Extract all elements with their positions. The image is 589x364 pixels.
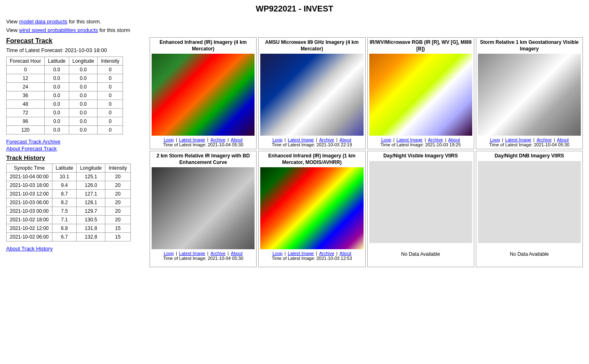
imagery-image-placeholder [369,161,472,243]
cell-intensity: 0 [98,100,123,109]
link-separator: | [335,251,339,256]
imagery-latest-image-link[interactable]: Latest Image [179,137,205,142]
imagery-latest-image-link[interactable]: Latest Image [396,137,423,142]
model-data-link[interactable]: model data products [19,18,68,25]
imagery-about-link[interactable]: About [339,137,351,142]
imagery-cell: Enhanced Infrared (IR) Imagery (1 km Mer… [258,151,365,267]
cell-lon: 0.0 [69,91,98,100]
forecast-track-table: Forecast Hour Latitude Longitude Intensi… [6,57,123,134]
right-panel: Enhanced Infrared (IR) Imagery (4 km Mer… [150,37,583,267]
wind-speed-text2: for this storm [98,27,130,33]
link-separator: | [501,137,505,142]
cell-hour: 120 [7,126,45,134]
imagery-time: Time of Latest Image: 2021-10-04 05:30 [152,256,255,261]
cell-lat: 10.1 [52,173,77,181]
cell-lat: 9.4 [52,181,77,190]
link-separator: | [226,137,230,142]
imagery-archive-link[interactable]: Archive [319,137,334,142]
table-row: 2021-10-03 00:00 7.5 129.7 20 [7,207,131,216]
imagery-archive-link[interactable]: Archive [210,137,225,142]
link-separator: | [283,137,287,142]
table-row: 2021-10-03 12:00 8.7 127.1 20 [7,190,131,198]
cell-intensity: 0 [98,74,123,83]
imagery-latest-image-link[interactable]: Latest Image [288,137,314,142]
cell-lon: 128.1 [77,198,105,207]
link-separator: | [315,137,318,142]
link-separator: | [423,137,427,142]
imagery-loop-link[interactable]: Loop [381,137,391,142]
imagery-image-placeholder [478,161,581,243]
cell-lon: 131.8 [77,224,105,233]
cell-lat: 0.0 [45,91,69,100]
imagery-title: 2 km Storm Relative IR Imagery with BD E… [152,153,255,166]
cell-hour: 72 [7,109,45,117]
imagery-time: Time of Latest Image: 2021-10-04 05:30 [152,142,255,147]
imagery-archive-link[interactable]: Archive [428,137,443,142]
model-data-text1: View [6,18,19,25]
imagery-cell: Enhanced Infrared (IR) Imagery (4 km Mer… [150,37,257,149]
imagery-loop-link[interactable]: Loop [164,251,173,256]
link-separator: | [175,251,178,256]
about-track-history-link[interactable]: About Track History [6,246,146,252]
no-data-label: No Data Available [478,243,581,265]
cell-lon: 129.7 [77,207,105,216]
imagery-loop-link[interactable]: Loop [273,137,282,142]
cell-lon: 0.0 [69,117,98,126]
imagery-latest-image-link[interactable]: Latest Image [179,251,205,256]
cell-lat: 0.0 [45,83,69,91]
cell-lon: 127.1 [77,190,105,198]
cell-lat: 0.0 [45,100,69,109]
imagery-links: Loop | Latest Image | Archive | About [260,137,363,142]
imagery-grid: Enhanced Infrared (IR) Imagery (4 km Mer… [150,37,583,267]
imagery-about-link[interactable]: About [231,251,243,256]
cell-hour: 36 [7,91,45,100]
imagery-archive-link[interactable]: Archive [319,251,334,256]
wind-speed-text1: View [6,27,19,33]
cell-lat: 0.0 [45,117,69,126]
imagery-latest-image-link[interactable]: Latest Image [288,251,314,256]
col-header-hour: Forecast Hour [7,57,45,66]
imagery-latest-image-link[interactable]: Latest Image [505,137,532,142]
imagery-about-link[interactable]: About [448,137,460,142]
imagery-links: Loop | Latest Image | Archive | About [152,137,255,142]
imagery-title: Day/Night Visible Imagery VIIRS [369,153,472,159]
cell-hour: 24 [7,83,45,91]
link-separator: | [532,137,536,142]
imagery-about-link[interactable]: About [339,251,351,256]
imagery-time: Time of Latest Image: 2021-10-04 05:30 [478,142,581,147]
imagery-title: Enhanced Infrared (IR) Imagery (4 km Mer… [152,39,255,52]
table-row: 0 0.0 0.0 0 [7,66,123,74]
cell-intensity: 0 [98,109,123,117]
imagery-loop-link[interactable]: Loop [490,137,500,142]
cell-lon: 0.0 [69,66,98,74]
cell-intensity: 20 [105,181,131,190]
cell-lon: 126.0 [77,181,105,190]
imagery-archive-link[interactable]: Archive [537,137,552,142]
cell-lat: 0.0 [45,74,69,83]
forecast-track-archive-link[interactable]: Forecast Track Archive [6,139,146,145]
cell-lat: 0.0 [45,66,69,74]
imagery-cell: Day/Night DNB Imagery VIIRS No Data Avai… [476,151,583,267]
cell-time: 2021-10-02 18:00 [7,216,52,224]
track-history-table: Synoptic Time Latitude Longitude Intensi… [6,164,131,241]
link-separator: | [444,137,448,142]
cell-intensity: 20 [105,198,131,207]
wind-speed-link[interactable]: wind speed probabilities products [19,27,98,33]
about-forecast-track-link[interactable]: About Forecast Track [6,146,146,152]
imagery-loop-link[interactable]: Loop [273,251,282,256]
imagery-cell: 2 km Storm Relative IR Imagery with BD E… [150,151,257,267]
wind-speed-line: View wind speed probabilities products f… [6,27,583,33]
th-col-lat: Latitude [52,164,77,173]
imagery-archive-link[interactable]: Archive [210,251,225,256]
imagery-title: Day/Night DNB Imagery VIIRS [478,153,581,159]
cell-intensity: 20 [105,190,131,198]
cell-intensity: 0 [98,66,123,74]
imagery-about-link[interactable]: About [557,137,569,142]
cell-hour: 12 [7,74,45,83]
cell-lon: 0.0 [69,83,98,91]
imagery-loop-link[interactable]: Loop [164,137,173,142]
table-row: 24 0.0 0.0 0 [7,83,123,91]
imagery-about-link[interactable]: About [231,137,243,142]
left-panel: Forecast Track Time of Latest Forecast: … [6,37,146,267]
cell-lat: 7.1 [52,216,77,224]
